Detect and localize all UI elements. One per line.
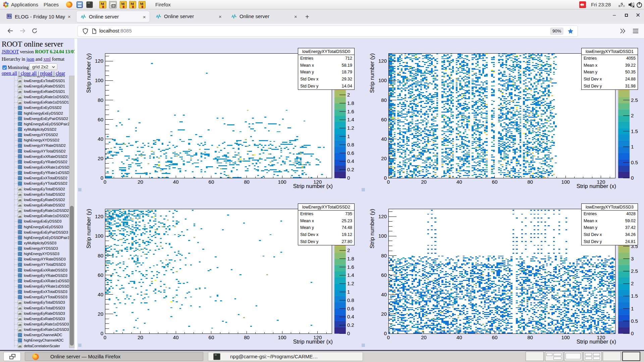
svg-text:0: 0	[631, 330, 634, 336]
svg-text:40: 40	[457, 335, 462, 340]
svg-text:120: 120	[378, 214, 387, 219]
svg-text:Strip number (x): Strip number (x)	[577, 339, 616, 345]
svg-text:0.5: 0.5	[631, 318, 638, 324]
svg-text:60: 60	[492, 335, 498, 340]
svg-text:1.5: 1.5	[631, 293, 638, 299]
svg-text:20: 20	[421, 335, 427, 340]
svg-text:2.5: 2.5	[631, 268, 638, 274]
svg-text:3: 3	[631, 256, 634, 261]
svg-text:100: 100	[561, 335, 570, 340]
svg-text:80: 80	[381, 253, 387, 258]
svg-text:80: 80	[527, 335, 533, 340]
svg-text:60: 60	[381, 272, 387, 278]
svg-text:20: 20	[381, 311, 387, 317]
svg-text:2: 2	[631, 281, 634, 286]
svg-text:40: 40	[381, 292, 387, 297]
svg-text:1: 1	[631, 306, 634, 311]
svg-text:0: 0	[387, 335, 390, 340]
svg-text:100: 100	[378, 233, 387, 239]
svg-text:0: 0	[384, 330, 387, 336]
svg-text:Strip number (y): Strip number (y)	[369, 209, 375, 248]
